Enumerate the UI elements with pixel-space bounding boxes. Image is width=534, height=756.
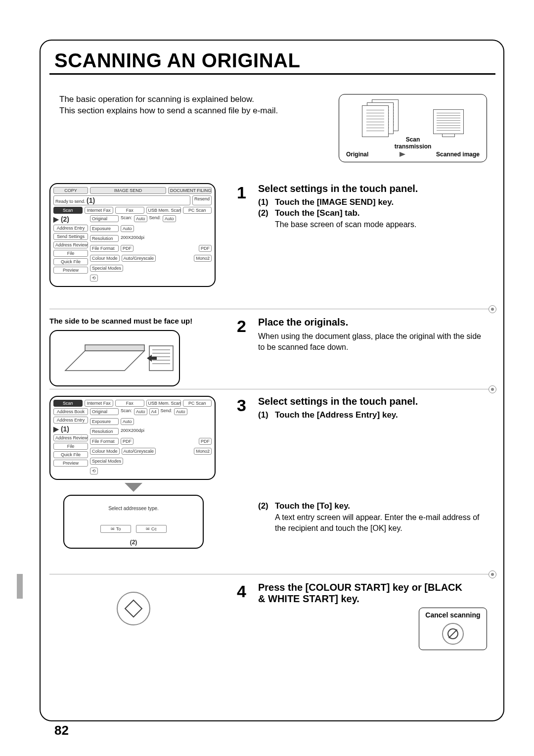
touch-panel-screenshot-1: COPY IMAGE SEND DOCUMENT FILING Ready to… (49, 183, 216, 287)
intro-row: The basic operation for scanning is expl… (59, 94, 487, 162)
step-4: 4 Press the [COLOUR START] key or [BLACK… (49, 582, 487, 650)
svg-marker-1 (85, 345, 144, 351)
title-underline (49, 73, 495, 75)
side-quick-file: Quick File (53, 258, 88, 265)
step-4-title: Press the [COLOUR START] key or [BLACK &… (258, 582, 471, 605)
page-title: SCANNING AN ORIGINAL (51, 49, 303, 72)
document-feeder-illustration (49, 330, 180, 386)
page-number: 82 (51, 723, 72, 738)
transmission-diagram: Scan transmission Original Scanned image (339, 94, 487, 162)
page: SCANNING AN ORIGINAL The basic operation… (0, 0, 534, 756)
step-1-sub-1: Touch the [IMAGE SEND] key. (275, 197, 394, 207)
mode-tab-ifax: Internet Fax (85, 207, 114, 214)
step-2-number: 2 (229, 317, 246, 386)
step-2-title: Place the originals. (258, 317, 487, 328)
step-1: COPY IMAGE SEND DOCUMENT FILING Ready to… (49, 183, 487, 287)
monitor-icon (433, 109, 464, 134)
cancel-scanning-label: Cancel scanning (425, 611, 480, 619)
tab-copy: COPY (53, 187, 88, 194)
preview-icon: ⟲ (90, 275, 98, 282)
stop-key-icon (442, 623, 464, 645)
to-button: ✉ To (100, 525, 131, 533)
mode-tab-scan-2: Scan (53, 400, 83, 407)
mode-tab-scan: Scan (53, 207, 83, 214)
touch-panel-screenshot-2: Scan Internet Fax Fax USB Mem. Scan PC S… (49, 396, 216, 480)
arrow-icon (400, 152, 405, 157)
step-1-number: 1 (229, 183, 246, 287)
step-1-detail: The base screen of scan mode appears. (275, 219, 487, 230)
side-preview: Preview (53, 267, 88, 274)
start-key-icon (117, 592, 150, 625)
section-edge-tab (17, 574, 23, 599)
intro-line-1: The basic operation for scanning is expl… (59, 94, 254, 104)
step-2-note: The side to be scanned must be face up! (49, 317, 218, 325)
step-3-number: 3 (229, 396, 246, 549)
step-3-callout-2: (2) (130, 539, 137, 546)
diagram-scan-label-2: transmission (395, 143, 432, 150)
tab-image-send: IMAGE SEND (90, 187, 166, 194)
cc-button: ✉ Cc (136, 525, 167, 533)
step-1-sub-2: Touch the [Scan] tab. (275, 208, 360, 218)
step-3: Scan Internet Fax Fax USB Mem. Scan PC S… (49, 396, 487, 549)
down-arrow-icon (125, 483, 142, 492)
intro-text: The basic operation for scanning is expl… (59, 94, 278, 117)
diagram-scan-label-1: Scan (406, 136, 420, 143)
step-4-number: 4 (229, 582, 246, 601)
side-address-review: Address Review (53, 241, 88, 248)
step-3-title: Select settings in the touch panel. (258, 396, 487, 407)
step-2-detail: When using the document glass, place the… (258, 331, 487, 352)
side-address-entry: Address Entry (53, 225, 88, 232)
svg-marker-0 (65, 351, 144, 371)
side-address-book: Address Book (53, 408, 88, 415)
mode-tab-fax: Fax (115, 207, 144, 214)
side-send-settings: Send Settings (53, 233, 88, 240)
callout-1: (1) (87, 196, 95, 204)
step-3-detail-2: A text entry screen will appear. Enter t… (275, 512, 487, 533)
step-3-sub-2: Touch the [To] key. (275, 501, 350, 511)
callout-2: ▶ (2) (53, 215, 88, 223)
step-2: The side to be scanned must be face up! … (49, 317, 487, 386)
original-stack-icon (362, 99, 401, 134)
resend-button: Resend (192, 195, 212, 205)
tab-doc-filing: DOCUMENT FILING (168, 187, 212, 194)
diagram-original-label: Original (346, 151, 368, 158)
mode-tab-usb: USB Mem. Scan (146, 207, 181, 214)
dialog-text: Select addressee type. (69, 506, 198, 511)
intro-line-2: This section explains how to send a scan… (59, 106, 278, 115)
diamond-icon (125, 600, 143, 618)
step-1-title: Select settings in the touch panel. (258, 183, 487, 194)
diagram-scanned-label: Scanned image (436, 151, 480, 158)
step-3-callout-1: ▶ (1) (53, 425, 88, 433)
side-file: File (53, 250, 88, 257)
preview-icon-2: ⟲ (90, 468, 98, 474)
cancel-scanning-badge: Cancel scanning (419, 608, 487, 650)
mode-tab-pc: PC Scan (183, 207, 212, 214)
status-ready: Ready to send. (1) (53, 195, 190, 205)
side-address-entry-2: Address Entry (53, 417, 88, 424)
step-3-sub-1: Touch the [Address Entry] key. (275, 410, 398, 420)
select-addressee-dialog: Select addressee type. ✉ To ✉ Cc (2) (63, 495, 204, 549)
